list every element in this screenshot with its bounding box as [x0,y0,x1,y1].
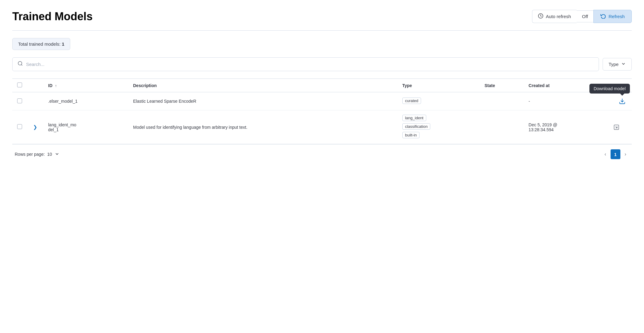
row-description-cell: Model used for identifying language from… [128,110,397,144]
auto-refresh-label: Auto refresh [546,14,571,19]
row-created-at: - [529,99,530,104]
row-types: curated [402,98,475,105]
row-created-at-cell: - [524,92,607,110]
header-controls: Auto refresh Off Refresh [532,10,632,23]
trained-models-table: ID ↑ Description Type State Created at .… [12,78,632,144]
search-icon [17,61,23,68]
description-column-header: Description [128,79,397,92]
current-page-number[interactable]: 1 [611,149,620,159]
type-tag: classification [402,123,431,130]
row-type-cell: curated [397,92,480,110]
sort-asc-icon: ↑ [55,84,57,88]
table-row: ❯ lang_ident_model_1 Model used for iden… [12,110,632,144]
rows-per-page[interactable]: Rows per page: 10 [15,151,59,157]
search-input[interactable] [26,62,594,67]
auto-refresh-icon [538,13,543,20]
rows-per-page-value: 10 [47,152,52,157]
pagination: ‹ 1 › [601,149,629,159]
row-id: .elser_model_1 [48,99,78,104]
row-checkbox-cell [12,92,27,110]
row-id: lang_ident_model_1 [48,122,76,132]
refresh-icon [600,13,606,20]
type-tag: built-in [402,132,420,138]
row-created-at-cell: Dec 5, 2019 @13:28:34.594 [524,110,607,144]
search-container [12,57,599,71]
row-description-cell: Elastic Learned Sparse EncodeR [128,92,397,110]
row-actions-cell [607,110,632,144]
row-checkbox[interactable] [17,124,22,129]
search-row: Type [12,57,632,71]
row-types: lang_ident classification built-in [402,115,475,140]
actions-column-header [607,79,632,92]
svg-point-1 [18,61,22,65]
created-at-column-header: Created at [524,79,607,92]
state-column-header: State [480,79,524,92]
stats-badge: Total trained models: 1 [12,38,70,50]
rows-per-page-chevron-icon [55,151,59,157]
table-header-row: ID ↑ Description Type State Created at [12,79,632,92]
row-expand-cell [27,92,43,110]
header: Trained Models Auto refresh Off [12,10,632,23]
refresh-label: Refresh [608,14,625,19]
expand-chevron-icon[interactable]: ❯ [32,123,38,131]
table-row: .elser_model_1 Elastic Learned Sparse En… [12,92,632,110]
row-id-cell: .elser_model_1 [43,92,128,110]
download-tooltip-wrap: Download model [618,97,627,106]
row-checkbox[interactable] [17,98,22,103]
export-model-button[interactable] [612,123,621,132]
row-description: Elastic Learned Sparse EncodeR [133,99,196,104]
type-filter-dropdown[interactable]: Type [603,58,632,71]
header-divider [12,30,632,31]
auto-refresh-value: Off [577,10,594,22]
type-filter-label: Type [608,62,619,67]
table-footer: Rows per page: 10 ‹ 1 › [12,144,632,164]
auto-refresh-button[interactable]: Auto refresh [532,10,577,23]
page-container: Trained Models Auto refresh Off [0,0,644,174]
select-all-checkbox[interactable] [17,82,22,87]
expand-header [27,79,43,92]
type-column-header: Type [397,79,480,92]
svg-line-2 [21,64,22,65]
refresh-button[interactable]: Refresh [593,10,632,23]
type-tag: lang_ident [402,115,426,121]
row-description: Model used for identifying language from… [133,125,247,130]
type-tag: curated [402,98,421,104]
row-state-cell [480,110,524,144]
id-column-header[interactable]: ID ↑ [43,79,128,92]
stats-count: 1 [62,41,64,47]
row-type-cell: lang_ident classification built-in [397,110,480,144]
row-expand-cell: ❯ [27,110,43,144]
id-header-label: ID [48,83,52,88]
row-id-cell: lang_ident_model_1 [43,110,128,144]
next-page-button[interactable]: › [622,150,629,159]
stats-label: Total trained models: [18,41,60,47]
row-actions-cell: Download model [607,92,632,110]
select-all-header [12,79,27,92]
row-created-at: Dec 5, 2019 @13:28:34.594 [529,122,558,132]
page-title: Trained Models [12,10,93,23]
download-model-button[interactable] [618,97,627,106]
row-checkbox-cell [12,110,27,144]
rows-per-page-label: Rows per page: [15,152,45,157]
chevron-down-icon [621,61,626,67]
prev-page-button[interactable]: ‹ [601,150,609,159]
row-state-cell [480,92,524,110]
